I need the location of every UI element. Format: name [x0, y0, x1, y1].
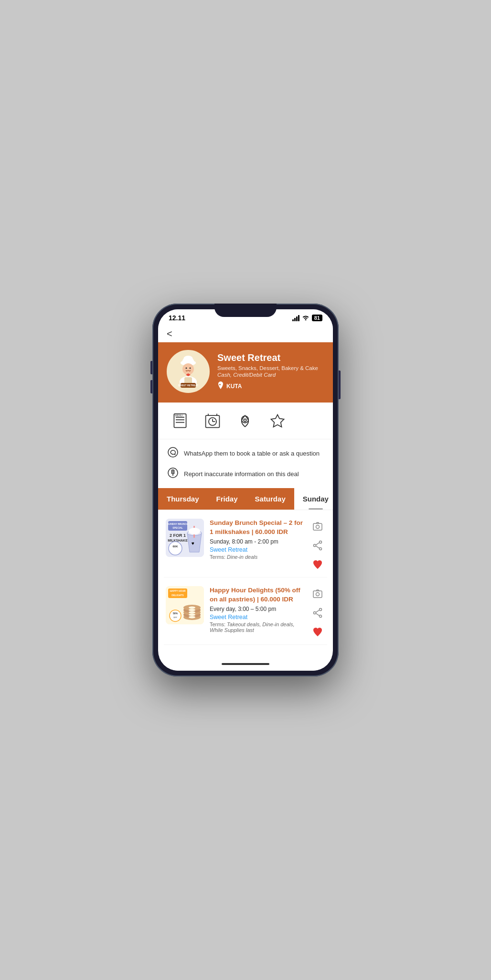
svg-point-4	[182, 363, 194, 375]
svg-text:MILKSHAKE: MILKSHAKE	[168, 539, 188, 542]
svg-rect-69	[313, 591, 322, 598]
deal-schedule-1: Sunday, 8:00 am - 2:00 pm	[210, 538, 304, 545]
svg-text:SWEET RETREAT: SWEET RETREAT	[178, 384, 198, 387]
heart-button-1[interactable]	[310, 557, 325, 572]
svg-text:DELIGHTS: DELIGHTS	[171, 594, 184, 597]
hours-button[interactable]	[201, 409, 224, 432]
svg-point-3	[183, 356, 193, 362]
svg-text:60K: 60K	[172, 545, 178, 548]
svg-point-65	[189, 607, 195, 609]
svg-point-32	[173, 476, 173, 476]
svg-marker-24	[271, 414, 284, 427]
deal-vendor-2: Sweet Retreat	[210, 614, 304, 621]
restaurant-header: SWEET RETREAT Sweet Retreat Sweets, Snac…	[158, 342, 333, 403]
svg-point-62	[189, 614, 195, 616]
svg-point-72	[314, 612, 316, 614]
deal-vendor-1: Sweet Retreat	[210, 546, 304, 553]
phone-screen: 12.11 81 <	[158, 309, 333, 671]
deal-terms-2: Terms: Takeout deals, Dine-in deals, Whi…	[210, 621, 304, 633]
svg-point-47	[320, 541, 322, 544]
home-indicator	[222, 663, 269, 665]
svg-point-64	[189, 609, 195, 611]
svg-text:♥: ♥	[192, 541, 194, 546]
contact-rows: WhatsApp them to book a table or ask a q…	[158, 439, 333, 488]
svg-point-5	[186, 368, 187, 369]
location-pin-icon	[217, 381, 224, 391]
restaurant-location: KUTA	[217, 381, 318, 391]
svg-text:MENU: MENU	[175, 414, 182, 417]
share-button-2[interactable]	[310, 605, 325, 621]
home-bar	[158, 657, 333, 671]
favorite-button[interactable]	[266, 409, 289, 432]
deals-list: SUNDAY BRUNCH SPECIAL 2 FOR 1 MILKSHAKE	[158, 510, 333, 649]
tab-saturday[interactable]: Saturday	[246, 488, 294, 510]
deal-card-2[interactable]: HAPPY HOUR DELIGHTS	[164, 581, 327, 645]
svg-rect-8	[184, 377, 192, 384]
svg-point-23	[244, 419, 246, 421]
whatsapp-text: WhatsApp them to book a table or ask a q…	[184, 450, 320, 457]
notch	[214, 304, 277, 317]
deal-image-1: SUNDAY BRUNCH SPECIAL 2 FOR 1 MILKSHAKE	[166, 519, 204, 557]
deal-schedule-2: Every day, 3:00 – 5:00 pm	[210, 606, 304, 612]
deal-content-1: Sunday Brunch Special – 2 for 1 milkshak…	[210, 519, 304, 560]
tab-friday[interactable]: Friday	[208, 488, 246, 510]
deal-content-2: Happy Hour Delights (50% off on all past…	[210, 586, 304, 633]
restaurant-logo: SWEET RETREAT	[167, 350, 210, 393]
svg-text:OFF: OFF	[173, 616, 178, 619]
deal-image-2: HAPPY HOUR DELIGHTS	[166, 586, 204, 624]
svg-text:SPECIAL: SPECIAL	[172, 526, 183, 529]
deal-title-2: Happy Hour Delights (50% off on all past…	[210, 586, 304, 604]
svg-point-73	[320, 615, 322, 618]
svg-point-70	[316, 593, 320, 596]
volume-down-button[interactable]	[150, 380, 152, 393]
whatsapp-row[interactable]: WhatsApp them to book a table or ask a q…	[166, 443, 325, 464]
svg-point-63	[189, 611, 195, 614]
share-button-1[interactable]	[310, 538, 325, 553]
svg-point-48	[314, 544, 316, 547]
restaurant-info: Sweet Retreat Sweets, Snacks, Dessert, B…	[217, 352, 318, 391]
svg-point-6	[190, 368, 191, 369]
volume-up-button[interactable]	[150, 361, 152, 374]
deal-terms-1: Terms: Dine-in deals	[210, 554, 304, 560]
location-button[interactable]	[234, 409, 256, 432]
svg-text:50%: 50%	[173, 612, 178, 615]
tab-thursday[interactable]: Thursday	[158, 488, 208, 510]
svg-text:HAPPY HOUR: HAPPY HOUR	[170, 589, 186, 592]
restaurant-name: Sweet Retreat	[217, 352, 318, 363]
svg-line-75	[316, 613, 319, 616]
status-time: 12.11	[169, 314, 185, 322]
battery-indicator: 81	[312, 315, 322, 321]
day-tabs[interactable]: Thursday Friday Saturday Sunday	[158, 488, 333, 510]
report-row[interactable]: Report inaccurate information on this de…	[166, 464, 325, 484]
restaurant-payment: Cash, Credit/Debit Card	[217, 372, 318, 378]
location-text: KUTA	[226, 383, 242, 390]
screenshot-button-2[interactable]	[310, 586, 325, 601]
restaurant-category: Sweets, Snacks, Dessert, Bakery & Cake	[217, 365, 318, 371]
svg-point-61	[189, 616, 195, 619]
back-button[interactable]: <	[158, 324, 333, 342]
svg-rect-45	[313, 523, 322, 530]
report-text: Report inaccurate information on this de…	[184, 470, 299, 478]
deal-actions-1	[310, 519, 325, 572]
svg-line-51	[316, 546, 319, 548]
svg-point-42	[169, 542, 182, 555]
svg-line-74	[316, 610, 319, 612]
svg-point-49	[320, 548, 322, 550]
report-icon	[168, 468, 178, 480]
tab-sunday[interactable]: Sunday	[294, 488, 333, 510]
svg-text:2 FOR 1: 2 FOR 1	[170, 533, 186, 538]
svg-point-46	[316, 525, 320, 529]
svg-point-71	[320, 609, 322, 611]
status-icons: 81	[292, 315, 322, 322]
svg-point-25	[168, 447, 178, 457]
whatsapp-icon	[168, 447, 178, 460]
wifi-icon	[302, 315, 310, 322]
menu-button[interactable]: MENU	[169, 409, 192, 432]
screen-content[interactable]: <	[158, 324, 333, 657]
screenshot-button-1[interactable]	[310, 519, 325, 534]
action-icons-bar: MENU	[158, 403, 333, 439]
power-button[interactable]	[339, 370, 341, 399]
deal-card-1[interactable]: SUNDAY BRUNCH SPECIAL 2 FOR 1 MILKSHAKE	[164, 514, 327, 577]
phone-frame: 12.11 81 <	[152, 304, 339, 676]
heart-button-2[interactable]	[310, 624, 325, 640]
